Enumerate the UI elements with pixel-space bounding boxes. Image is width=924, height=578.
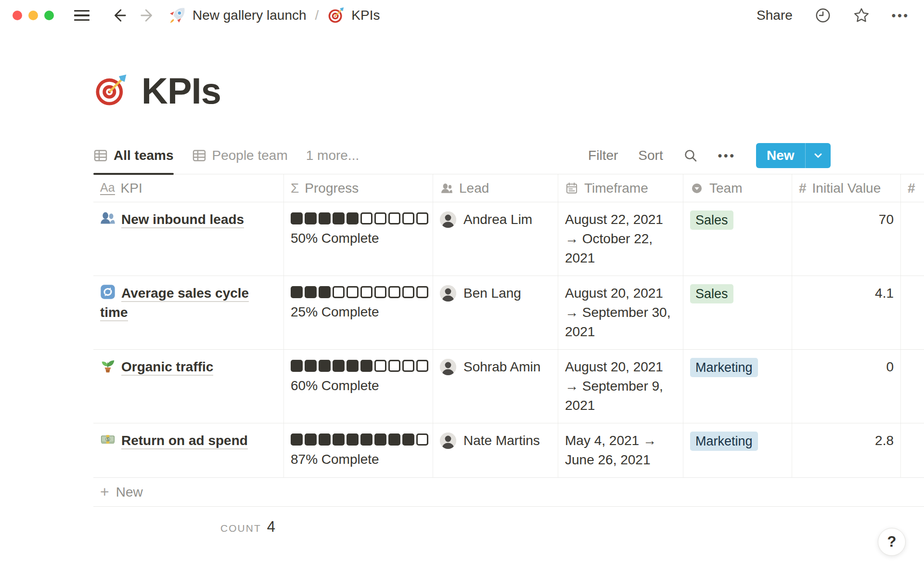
select-icon — [690, 182, 704, 195]
chevron-down-icon[interactable] — [806, 143, 831, 168]
kpi-title-link[interactable]: Average sales cycle time — [100, 286, 249, 321]
kpi-title-link[interactable]: Return on ad spend — [121, 433, 248, 449]
count-label: COUNT — [220, 523, 261, 534]
progress-block — [319, 360, 331, 372]
more-options-icon[interactable]: ••• — [892, 9, 910, 22]
calendar-icon — [565, 182, 578, 195]
tab-1-more[interactable]: 1 more... — [306, 137, 359, 174]
timeframe-cell[interactable]: May 4, 2021 → June 26, 2021 — [558, 423, 683, 477]
new-button-label[interactable]: New — [756, 143, 805, 168]
extra-cell[interactable] — [901, 423, 924, 477]
team-cell[interactable]: Sales — [683, 202, 792, 276]
column-calculation[interactable]: COUNT4 — [93, 507, 284, 536]
table-view-icon — [93, 148, 108, 163]
kpi-cell[interactable]: New inbound leads — [93, 202, 284, 276]
search-icon[interactable] — [683, 148, 698, 163]
progress-cell[interactable]: 87% Complete — [284, 423, 433, 477]
kpi-title-link[interactable]: New inbound leads — [121, 212, 244, 228]
column-header-timeframe[interactable]: Timeframe — [558, 174, 683, 202]
extra-cell[interactable] — [901, 202, 924, 276]
initial-value-cell[interactable]: 0 — [792, 350, 901, 423]
extra-cell[interactable] — [901, 276, 924, 349]
lead-cell[interactable]: Nate Martins — [433, 423, 558, 477]
tab-all-teams[interactable]: All teams — [93, 137, 174, 174]
svg-text:$: $ — [107, 437, 109, 442]
page-icon-target[interactable] — [93, 73, 128, 108]
progress-label: 60% Complete — [291, 376, 426, 395]
sum-icon: Σ — [291, 182, 299, 195]
progress-cell[interactable]: 50% Complete — [284, 202, 433, 276]
table-row: New inbound leads50% CompleteAndrea LimA… — [93, 202, 924, 276]
timeframe-cell[interactable]: August 20, 2021 → September 30, 2021 — [558, 276, 683, 349]
kpi-cell[interactable]: $Return on ad spend — [93, 423, 284, 477]
breadcrumb-separator: / — [315, 8, 319, 23]
lead-cell[interactable]: Ben Lang — [433, 276, 558, 349]
filter-button[interactable]: Filter — [588, 148, 618, 163]
initial-value-cell[interactable]: 2.8 — [792, 423, 901, 477]
progress-block — [388, 360, 400, 372]
progress-block — [305, 286, 317, 298]
progress-block — [374, 434, 386, 446]
lead-cell[interactable]: Sohrab Amin — [433, 350, 558, 423]
updates-clock-icon[interactable] — [815, 7, 831, 24]
initial-value-cell[interactable]: 4.1 — [792, 276, 901, 349]
count-value: 4 — [267, 518, 275, 535]
favorite-star-icon[interactable] — [853, 7, 870, 24]
share-button[interactable]: Share — [757, 8, 793, 23]
avatar — [440, 211, 456, 228]
initial-value-cell[interactable]: 70 — [792, 202, 901, 276]
view-more-options-icon[interactable]: ••• — [718, 149, 736, 162]
column-header-team[interactable]: Team — [683, 174, 792, 202]
progress-block — [333, 212, 345, 224]
zoom-window-button[interactable] — [44, 11, 54, 20]
timeframe-value: August 22, 2021 → October 22, 2021 — [565, 212, 663, 265]
team-tag: Marketing — [690, 358, 758, 377]
timeframe-value: August 20, 2021 → September 9, 2021 — [565, 359, 663, 413]
column-header-lead[interactable]: Lead — [433, 174, 558, 202]
traffic-lights — [13, 11, 54, 20]
lead-name: Andrea Lim — [463, 210, 532, 229]
new-row-label: New — [116, 485, 143, 500]
forward-icon[interactable] — [140, 7, 156, 24]
breadcrumb-page-2[interactable]: KPIs — [351, 8, 380, 23]
sidebar-menu-icon[interactable] — [74, 10, 90, 21]
progress-block — [402, 434, 414, 446]
timeframe-value: August 20, 2021 → September 30, 2021 — [565, 286, 670, 339]
column-header-initial-value[interactable]: #Initial Value — [792, 174, 901, 202]
new-button[interactable]: New — [756, 143, 831, 168]
initial-value: 2.8 — [875, 433, 894, 448]
help-button[interactable]: ? — [878, 528, 906, 556]
kpi-title-link[interactable]: Organic traffic — [121, 359, 213, 376]
kpi-cell[interactable]: Organic traffic — [93, 350, 284, 423]
initial-value: 0 — [886, 359, 894, 374]
timeframe-cell[interactable]: August 20, 2021 → September 9, 2021 — [558, 350, 683, 423]
tab-people-team[interactable]: People team — [192, 137, 288, 174]
column-header-extra[interactable]: # — [901, 174, 924, 202]
progress-block — [319, 212, 331, 224]
progress-block — [360, 434, 372, 446]
progress-cell[interactable]: 25% Complete — [284, 276, 433, 349]
table-header-row: AaKPIΣProgressLeadTimeframeTeam#Initial … — [93, 174, 924, 202]
kpi-table: AaKPIΣProgressLeadTimeframeTeam#Initial … — [93, 174, 924, 536]
back-icon[interactable] — [111, 7, 127, 24]
close-window-button[interactable] — [13, 11, 22, 20]
person-icon — [440, 182, 453, 195]
lead-name: Nate Martins — [463, 431, 540, 450]
progress-block — [402, 360, 414, 372]
timeframe-cell[interactable]: August 22, 2021 → October 22, 2021 — [558, 202, 683, 276]
progress-block — [360, 286, 372, 298]
breadcrumb-page-1[interactable]: New gallery launch — [192, 8, 307, 23]
team-cell[interactable]: Marketing — [683, 350, 792, 423]
extra-cell[interactable] — [901, 350, 924, 423]
lead-cell[interactable]: Andrea Lim — [433, 202, 558, 276]
column-header-kpi[interactable]: AaKPI — [93, 174, 284, 202]
rocket-icon — [168, 7, 186, 24]
progress-cell[interactable]: 60% Complete — [284, 350, 433, 423]
kpi-cell[interactable]: Average sales cycle time — [93, 276, 284, 349]
column-header-progress[interactable]: ΣProgress — [284, 174, 433, 202]
minimize-window-button[interactable] — [28, 11, 38, 20]
sort-button[interactable]: Sort — [638, 148, 663, 163]
team-cell[interactable]: Marketing — [683, 423, 792, 477]
team-cell[interactable]: Sales — [683, 276, 792, 349]
new-row-button[interactable]: + New — [93, 478, 924, 507]
